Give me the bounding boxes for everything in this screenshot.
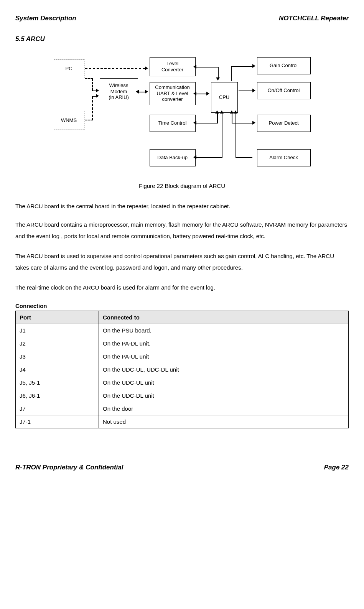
line-cpu-gain-h xyxy=(231,66,252,67)
box-onoff-control: On/Off Control xyxy=(257,82,311,99)
cell-conn: On the PSU board. xyxy=(99,324,349,337)
line-alarm-cpu-h xyxy=(236,157,252,158)
cell-port: J5, J5-1 xyxy=(16,376,99,389)
box-gain-control: Gain Control xyxy=(257,57,311,74)
arcu-block-diagram: PC WNMS Wireless Modem (in ARIU) Level C… xyxy=(42,55,322,174)
line-wnms-h xyxy=(85,120,93,120)
footer-left: R-TRON Proprietary & Confidential xyxy=(15,463,123,472)
line-wnms-v xyxy=(92,97,93,120)
cell-conn: On the UDC-DL unit xyxy=(99,389,349,402)
box-pc: PC xyxy=(54,59,84,78)
cell-conn: On the UDC-UL unit xyxy=(99,376,349,389)
arrowhead-icon xyxy=(206,92,209,95)
table-row: J2 On the PA-DL unit. xyxy=(16,337,349,350)
cell-conn: On the UDC-UL, UDC-DL unit xyxy=(99,363,349,376)
arrowhead-icon xyxy=(220,110,224,114)
table-row: J3 On the PA-UL unit xyxy=(16,350,349,363)
box-time-control: Time Control xyxy=(150,115,196,132)
arrowhead-icon xyxy=(193,65,196,69)
connection-table: Port Connected to J1 On the PSU board. J… xyxy=(15,311,349,428)
footer-right: Page 22 xyxy=(324,463,349,472)
arrowhead-icon xyxy=(215,110,219,114)
box-level-converter: Level Converter xyxy=(150,57,196,76)
cell-port: J4 xyxy=(16,363,99,376)
paragraph-1: The ARCU board is the central board in t… xyxy=(15,201,349,212)
box-wireless-modem: Wireless Modem (in ARIU) xyxy=(100,78,138,105)
line-pc-modem-v xyxy=(92,79,93,91)
arrowhead-icon xyxy=(230,110,234,114)
line-pc-modem-h1 xyxy=(85,78,93,79)
table-row: J4 On the UDC-UL, UDC-DL unit xyxy=(16,363,349,376)
arrowhead-icon xyxy=(96,94,99,98)
arrowhead-icon xyxy=(96,89,99,92)
page-footer: R-TRON Proprietary & Confidential Page 2… xyxy=(15,463,349,472)
paragraph-3: The ARCU board is used to supervise and … xyxy=(15,250,349,273)
line-wnms-h2 xyxy=(92,96,96,97)
line-cpu-onoff xyxy=(239,91,252,91)
header-right: NOTCHCELL Repeater xyxy=(279,14,349,23)
arrowhead-icon xyxy=(136,90,139,94)
cell-port: J6, J6-1 xyxy=(16,389,99,402)
arrowhead-icon xyxy=(193,121,196,125)
arrowhead-icon xyxy=(145,90,148,94)
arrowhead-icon xyxy=(193,155,196,159)
th-port: Port xyxy=(16,311,99,324)
cell-port: J3 xyxy=(16,350,99,363)
cell-port: J2 xyxy=(16,337,99,350)
arrowhead-icon xyxy=(252,121,255,125)
table-row: J1 On the PSU board. xyxy=(16,324,349,337)
table-row: J6, J6-1 On the UDC-DL unit xyxy=(16,389,349,402)
line-backup-cpu-v xyxy=(222,114,222,158)
line-time-cpu-h xyxy=(196,123,218,123)
cell-conn: Not used xyxy=(99,415,349,428)
arrowhead-icon xyxy=(216,77,220,81)
box-power-detect: Power Detect xyxy=(257,115,311,132)
arrowhead-icon xyxy=(252,89,255,92)
line-uart-cpu xyxy=(196,94,206,94)
section-heading: 5.5 ARCU xyxy=(15,35,349,44)
cell-conn: On the door xyxy=(99,402,349,415)
line-time-cpu-v xyxy=(217,114,218,123)
arrowhead-icon xyxy=(145,66,148,70)
cell-conn: On the PA-UL unit xyxy=(99,350,349,363)
line-backup-cpu-h xyxy=(196,157,222,158)
line-pc-modem-h2 xyxy=(92,91,96,91)
header-left: System Description xyxy=(15,14,76,23)
line-pc-level xyxy=(85,68,145,69)
arrowhead-icon xyxy=(234,110,237,114)
table-row: J7 On the door xyxy=(16,402,349,415)
box-alarm-check: Alarm Check xyxy=(257,149,311,166)
box-data-backup: Data Back-up xyxy=(150,149,196,166)
cell-port: J1 xyxy=(16,324,99,337)
box-cpu: CPU xyxy=(211,82,238,113)
line-alarm-cpu-v xyxy=(236,114,236,158)
table-header-row: Port Connected to xyxy=(16,311,349,324)
box-comm-uart: Communication UART & Level converter xyxy=(150,82,196,105)
connection-heading: Connection xyxy=(15,302,349,310)
paragraph-4: The real-time clock on the ARCU board is… xyxy=(15,282,349,293)
table-row: J5, J5-1 On the UDC-UL unit xyxy=(16,376,349,389)
diagram-container: PC WNMS Wireless Modem (in ARIU) Level C… xyxy=(15,55,349,174)
table-row: J7-1 Not used xyxy=(16,415,349,428)
box-wnms: WNMS xyxy=(54,111,84,130)
line-power-cpu-v xyxy=(232,114,232,123)
arrowhead-icon xyxy=(252,64,255,68)
line-modem-uart xyxy=(139,92,145,92)
arrowhead-icon xyxy=(193,92,196,95)
paragraph-2: The ARCU board contains a microprocessor… xyxy=(15,219,349,242)
page-header: System Description NOTCHCELL Repeater xyxy=(15,14,349,23)
th-connected: Connected to xyxy=(99,311,349,324)
line-level-cpu-h xyxy=(196,67,219,67)
cell-port: J7 xyxy=(16,402,99,415)
line-level-cpu-v xyxy=(218,67,219,77)
cell-port: J7-1 xyxy=(16,415,99,428)
cell-conn: On the PA-DL unit. xyxy=(99,337,349,350)
figure-caption: Figure 22 Block diagram of ARCU xyxy=(15,182,349,190)
line-cpu-gain-v xyxy=(231,67,232,81)
